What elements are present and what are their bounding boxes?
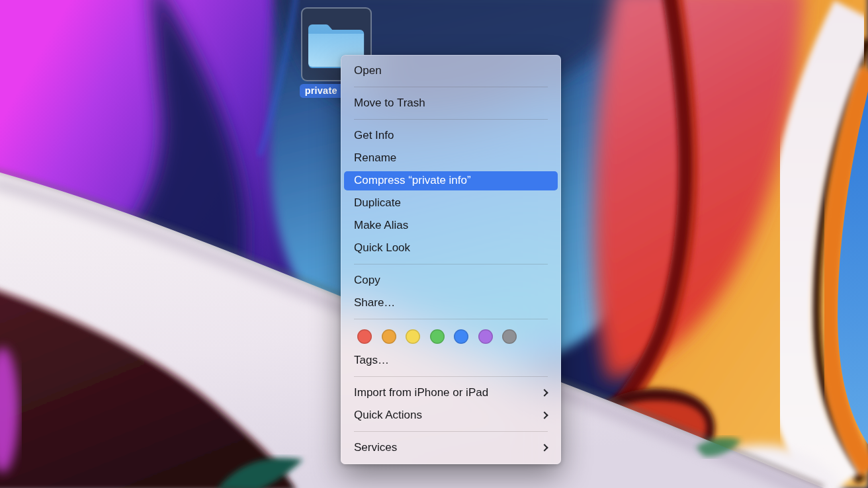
menu-item-label: Quick Actions — [354, 409, 542, 422]
menu-item-copy[interactable]: Copy — [341, 269, 561, 292]
menu-item-services[interactable]: Services — [341, 436, 561, 459]
menu-item-quick-look[interactable]: Quick Look — [341, 237, 561, 259]
menu-item-label: Rename — [354, 151, 549, 165]
tag-colors-row — [341, 324, 561, 349]
menu-divider — [354, 319, 548, 319]
submenu-chevron-icon — [541, 389, 548, 396]
menu-item-tags[interactable]: Tags… — [341, 349, 561, 372]
menu-item-share[interactable]: Share… — [341, 292, 561, 314]
menu-divider — [354, 376, 548, 377]
menu-divider — [354, 264, 548, 264]
menu-item-label: Quick Look — [354, 241, 549, 255]
menu-item-label: Services — [354, 441, 542, 454]
menu-item-label: Copy — [354, 274, 549, 287]
menu-divider — [354, 431, 548, 432]
menu-item-label: Open — [354, 64, 549, 77]
tag-dot-purple[interactable] — [478, 329, 493, 344]
menu-item-label: Share… — [354, 296, 549, 309]
submenu-chevron-icon — [541, 411, 548, 419]
menu-item-label: Tags… — [354, 354, 549, 367]
menu-divider — [354, 87, 548, 87]
tag-dot-gray[interactable] — [502, 329, 517, 344]
menu-item-label: Make Alias — [354, 219, 549, 232]
menu-item-label: Duplicate — [354, 196, 549, 210]
menu-item-label: Move to Trash — [354, 97, 549, 110]
menu-item-duplicate[interactable]: Duplicate — [341, 192, 561, 214]
menu-item-label: Get Info — [354, 129, 549, 142]
menu-item-label: Import from iPhone or iPad — [354, 386, 542, 399]
menu-item-label: Compress “private info” — [354, 174, 549, 187]
tag-dot-yellow[interactable] — [406, 329, 420, 344]
menu-item-rename[interactable]: Rename — [341, 147, 561, 169]
menu-divider — [354, 119, 548, 120]
context-menu: OpenMove to TrashGet InfoRenameCompress … — [341, 55, 561, 464]
tag-dot-red[interactable] — [357, 329, 372, 344]
menu-item-move-to-trash[interactable]: Move to Trash — [341, 92, 561, 114]
menu-item-compress-private-info[interactable]: Compress “private info” — [344, 171, 558, 190]
menu-item-import-from-iphone-or-ipad[interactable]: Import from iPhone or iPad — [341, 382, 561, 404]
submenu-chevron-icon — [541, 444, 548, 451]
menu-item-get-info[interactable]: Get Info — [341, 124, 561, 147]
tag-dot-green[interactable] — [430, 329, 445, 344]
menu-item-make-alias[interactable]: Make Alias — [341, 214, 561, 237]
menu-item-quick-actions[interactable]: Quick Actions — [341, 404, 561, 427]
menu-item-open[interactable]: Open — [341, 60, 561, 82]
tag-dot-blue[interactable] — [454, 329, 468, 344]
tag-dot-orange[interactable] — [382, 329, 396, 344]
